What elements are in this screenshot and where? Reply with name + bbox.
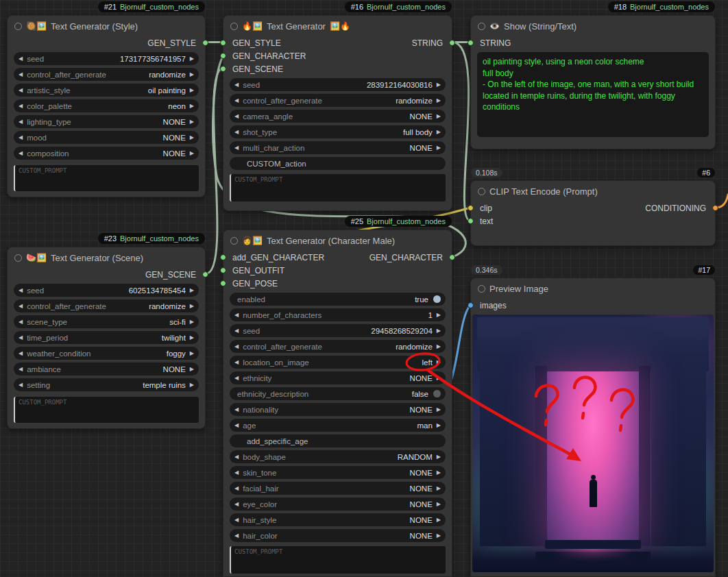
custom-prompt-textarea[interactable]: CUSTOM_PROMPT [230, 546, 446, 574]
combo-left-arrow-icon[interactable] [234, 486, 239, 491]
combo-left-arrow-icon[interactable] [19, 382, 23, 388]
combo-left-arrow-icon[interactable] [19, 56, 23, 62]
widget-lighting-type[interactable]: lighting_type NONE [14, 115, 199, 128]
widget-mood[interactable]: mood NONE [14, 131, 199, 144]
collapse-dot-icon[interactable] [478, 188, 485, 195]
combo-right-arrow-icon[interactable] [437, 502, 441, 507]
widget-facial-hair[interactable]: facial_hair NONE [230, 482, 446, 495]
combo-left-arrow-icon[interactable] [234, 344, 239, 349]
widget-eye-color[interactable]: eye_color NONE [230, 498, 446, 511]
widget-ethnicity[interactable]: ethnicity NONE [230, 371, 446, 384]
collapse-dot-icon[interactable] [230, 237, 238, 245]
input-port-gen-scene[interactable] [220, 66, 226, 72]
input-port-add-gen-character[interactable] [220, 254, 226, 260]
node-title-bar[interactable]: 🍉🖼️ Text Generator (Scene) [8, 247, 205, 268]
widget-color-palette[interactable]: color_palette neon [14, 99, 199, 112]
node-text-generator-scene[interactable]: #23 Bjornulf_custom_nodes 🍉🖼️ Text Gener… [7, 247, 206, 429]
combo-right-arrow-icon[interactable] [190, 103, 194, 109]
input-port-clip[interactable] [468, 205, 474, 211]
input-port-images[interactable] [468, 302, 474, 308]
combo-right-arrow-icon[interactable] [437, 407, 441, 413]
combo-right-arrow-icon[interactable] [190, 72, 194, 77]
combo-left-arrow-icon[interactable] [234, 360, 239, 365]
output-port-gen-character[interactable] [449, 254, 455, 260]
input-port-gen-outfit[interactable] [220, 267, 226, 273]
node-text-generator-character-male[interactable]: #25 Bjornulf_custom_nodes 👩🖼️ Text Gener… [223, 230, 452, 577]
combo-right-arrow-icon[interactable] [190, 367, 194, 372]
widget-seed[interactable]: seed 29458268529204 [230, 324, 446, 337]
combo-right-arrow-icon[interactable] [437, 98, 441, 103]
combo-right-arrow-icon[interactable] [190, 382, 194, 388]
widget-location-on-image[interactable]: location_on_image left [230, 356, 446, 369]
collapse-dot-icon[interactable] [478, 23, 485, 30]
combo-left-arrow-icon[interactable] [234, 145, 239, 151]
combo-right-arrow-icon[interactable] [437, 145, 441, 151]
node-clip-text-encode[interactable]: 0.108s #6 CLIP Text Encode (Prompt) clip… [470, 180, 716, 246]
combo-left-arrow-icon[interactable] [19, 72, 23, 77]
widget-hair-color[interactable]: hair_color NONE [230, 529, 446, 542]
widget-seed[interactable]: seed 173177356741957 [14, 52, 199, 65]
widget-nationality[interactable]: nationality NONE [230, 403, 446, 416]
wire-string-to-text[interactable] [452, 42, 470, 221]
combo-left-arrow-icon[interactable] [19, 135, 23, 140]
combo-left-arrow-icon[interactable] [19, 367, 23, 372]
widget-multi-char-action[interactable]: multi_char_action NONE [230, 141, 446, 154]
node-preview-image[interactable]: 0.346s #17 Preview Image images [470, 278, 716, 577]
combo-left-arrow-icon[interactable] [234, 82, 239, 88]
combo-left-arrow-icon[interactable] [19, 304, 23, 309]
output-port-conditioning[interactable] [712, 205, 718, 211]
combo-right-arrow-icon[interactable] [190, 288, 194, 293]
combo-left-arrow-icon[interactable] [234, 470, 239, 476]
output-port-string[interactable] [449, 40, 455, 46]
node-title-bar[interactable]: 👁️ Show (String/Text) [471, 16, 715, 36]
custom-prompt-textarea[interactable]: CUSTOM_PROMPT [230, 174, 446, 201]
node-title-bar[interactable]: 🥘🖼️ Text Generator (Style) [8, 16, 205, 36]
combo-left-arrow-icon[interactable] [234, 533, 239, 539]
output-port-gen-style[interactable] [202, 40, 208, 46]
widget-control-after-generate[interactable]: control_after_generate randomize [14, 68, 199, 81]
widget-add-specific-age[interactable]: add_specific_age [230, 434, 446, 447]
combo-right-arrow-icon[interactable] [190, 88, 194, 93]
combo-left-arrow-icon[interactable] [234, 454, 239, 460]
collapse-dot-icon[interactable] [14, 254, 22, 262]
input-port-gen-style[interactable] [220, 40, 226, 46]
combo-left-arrow-icon[interactable] [234, 376, 239, 381]
custom-prompt-textarea[interactable]: CUSTOM_PROMPT [14, 165, 199, 191]
combo-right-arrow-icon[interactable] [437, 360, 441, 365]
input-port-text[interactable] [468, 218, 474, 224]
widget-control-after-generate[interactable]: control_after_generate randomize [14, 299, 199, 312]
input-port-gen-character[interactable] [220, 53, 226, 59]
combo-left-arrow-icon[interactable] [234, 130, 239, 135]
combo-right-arrow-icon[interactable] [190, 335, 194, 341]
combo-right-arrow-icon[interactable] [437, 533, 441, 539]
combo-left-arrow-icon[interactable] [234, 407, 239, 413]
combo-right-arrow-icon[interactable] [190, 151, 194, 156]
combo-right-arrow-icon[interactable] [437, 130, 441, 135]
combo-left-arrow-icon[interactable] [234, 114, 239, 119]
combo-left-arrow-icon[interactable] [234, 502, 239, 507]
graph-canvas[interactable]: #21 Bjornulf_custom_nodes 🥘🖼️ Text Gener… [0, 0, 728, 577]
combo-right-arrow-icon[interactable] [437, 312, 441, 318]
combo-left-arrow-icon[interactable] [19, 351, 23, 356]
combo-right-arrow-icon[interactable] [437, 344, 441, 349]
combo-right-arrow-icon[interactable] [190, 304, 194, 309]
combo-left-arrow-icon[interactable] [19, 151, 23, 156]
widget-hair-style[interactable]: hair_style NONE [230, 513, 446, 526]
widget-setting[interactable]: setting temple ruins [14, 378, 199, 391]
combo-right-arrow-icon[interactable] [190, 56, 194, 62]
widget-shot-type[interactable]: shot_type full body [230, 125, 446, 138]
combo-right-arrow-icon[interactable] [437, 517, 441, 523]
combo-left-arrow-icon[interactable] [19, 103, 23, 109]
widget-age[interactable]: age man [230, 419, 446, 432]
combo-left-arrow-icon[interactable] [234, 517, 239, 523]
toggle-knob[interactable] [433, 295, 441, 303]
widget-scene-type[interactable]: scene_type sci-fi [14, 315, 199, 328]
combo-right-arrow-icon[interactable] [437, 82, 441, 88]
widget-ethnicity-description[interactable]: ethnicity_description false [230, 387, 446, 400]
combo-right-arrow-icon[interactable] [437, 376, 441, 381]
node-text-generator[interactable]: #16 Bjornulf_custom_nodes 🔥🖼️ Text Gener… [223, 15, 452, 211]
combo-right-arrow-icon[interactable] [190, 351, 194, 356]
collapse-dot-icon[interactable] [14, 23, 22, 30]
combo-left-arrow-icon[interactable] [19, 288, 23, 293]
node-title-bar[interactable]: 🔥🖼️ Text Generator 🖼️🔥 [223, 16, 452, 36]
